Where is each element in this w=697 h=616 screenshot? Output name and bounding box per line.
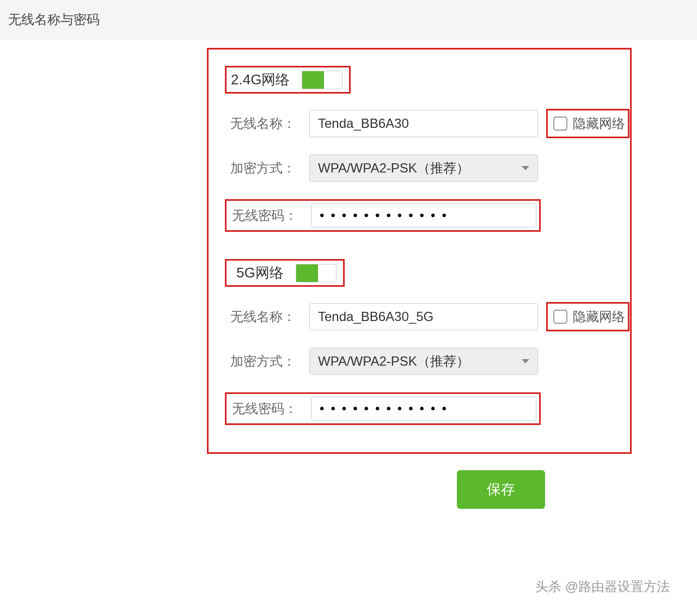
- network-24-title: 2.4G网络: [231, 70, 290, 89]
- hide-24-label: 隐藏网络: [573, 115, 625, 132]
- network-5-encryption-row: 加密方式： WPA/WPA2-PSK（推荐）: [225, 348, 614, 375]
- network-5-ssid-row: 无线名称： 隐藏网络: [225, 303, 614, 330]
- hide-5-label: 隐藏网络: [573, 308, 625, 325]
- encryption-5-select[interactable]: WPA/WPA2-PSK（推荐）: [309, 348, 538, 375]
- encryption-5-value: WPA/WPA2-PSK（推荐）: [318, 353, 469, 370]
- network-24-encryption-row: 加密方式： WPA/WPA2-PSK（推荐）: [225, 155, 614, 182]
- network-5-header: 5G网络: [225, 259, 345, 287]
- password-24-label: 无线密码：: [229, 207, 311, 224]
- chevron-down-icon: [522, 166, 529, 170]
- hide-5-checkbox[interactable]: [553, 310, 567, 324]
- encryption-24-value: WPA/WPA2-PSK（推荐）: [318, 159, 469, 177]
- save-row: 保存: [207, 470, 697, 509]
- ssid-5-input[interactable]: [309, 303, 538, 330]
- password-5-input[interactable]: [311, 397, 536, 421]
- network-24-toggle[interactable]: [302, 71, 343, 89]
- hide-5-wrapper: 隐藏网络: [546, 302, 629, 331]
- encryption-24-label: 加密方式：: [225, 159, 309, 177]
- page-title: 无线名称与密码: [8, 12, 100, 27]
- network-5-title: 5G网络: [236, 263, 284, 282]
- encryption-5-label: 加密方式：: [225, 353, 309, 370]
- ssid-5-label: 无线名称：: [225, 308, 309, 325]
- network-5-toggle[interactable]: [296, 264, 337, 282]
- toggle-on-indicator: [296, 264, 318, 282]
- password-24-input[interactable]: [311, 204, 536, 227]
- hide-24-checkbox[interactable]: [553, 116, 567, 131]
- encryption-24-select[interactable]: WPA/WPA2-PSK（推荐）: [309, 155, 538, 182]
- form-container: 2.4G网络 无线名称： 隐藏网络 加密方式： WPA/WPA2-PSK（推荐）…: [207, 48, 632, 454]
- toggle-on-indicator: [302, 71, 324, 89]
- watermark: 头杀 @路由器设置方法: [535, 578, 670, 595]
- save-button[interactable]: 保存: [457, 470, 545, 509]
- network-24-password-row: 无线密码：: [225, 199, 541, 232]
- password-5-label: 无线密码：: [229, 400, 311, 417]
- page-header: 无线名称与密码: [0, 0, 697, 40]
- network-24-header: 2.4G网络: [225, 66, 351, 94]
- ssid-24-input[interactable]: [309, 110, 538, 137]
- chevron-down-icon: [522, 359, 529, 364]
- network-5-password-row: 无线密码：: [225, 392, 541, 425]
- network-24-ssid-row: 无线名称： 隐藏网络: [225, 110, 614, 137]
- ssid-24-label: 无线名称：: [225, 115, 309, 132]
- hide-24-wrapper: 隐藏网络: [546, 109, 629, 138]
- content-wrapper: 2.4G网络 无线名称： 隐藏网络 加密方式： WPA/WPA2-PSK（推荐）…: [0, 40, 697, 509]
